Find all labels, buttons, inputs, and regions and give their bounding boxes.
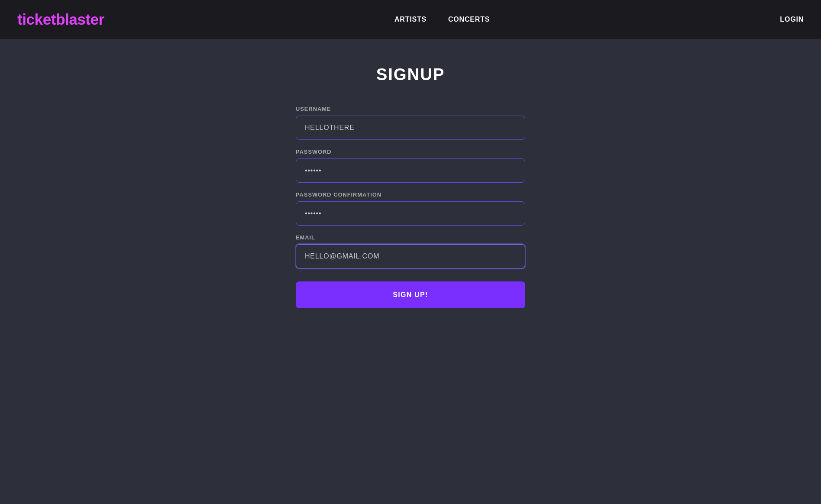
page-title: SIGNUP (376, 65, 445, 84)
password-input[interactable] (296, 158, 525, 183)
email-input[interactable] (296, 244, 525, 268)
password-label: PASSWORD (296, 149, 525, 155)
navbar: ticketblaster ARTISTS CONCERTS LOGIN (0, 0, 821, 39)
main-content: SIGNUP USERNAME PASSWORD PASSWORD CONFIR… (0, 39, 821, 334)
nav-center-links: ARTISTS CONCERTS (394, 16, 490, 23)
username-label: USERNAME (296, 106, 525, 112)
nav-link-artists[interactable]: ARTISTS (394, 16, 427, 23)
site-logo[interactable]: ticketblaster (17, 11, 104, 28)
username-input[interactable] (296, 116, 525, 140)
nav-link-concerts[interactable]: CONCERTS (448, 16, 490, 23)
email-label: EMAIL (296, 234, 525, 241)
username-field-group: USERNAME (296, 106, 525, 140)
signup-form: USERNAME PASSWORD PASSWORD CONFIRMATION … (296, 106, 525, 308)
nav-login-link[interactable]: LOGIN (780, 16, 804, 23)
email-field-group: EMAIL (296, 234, 525, 268)
password-confirm-field-group: PASSWORD CONFIRMATION (296, 191, 525, 226)
password-field-group: PASSWORD (296, 149, 525, 183)
password-confirm-input[interactable] (296, 201, 525, 226)
signup-button[interactable]: SIGN UP! (296, 281, 525, 308)
password-confirm-label: PASSWORD CONFIRMATION (296, 191, 525, 198)
